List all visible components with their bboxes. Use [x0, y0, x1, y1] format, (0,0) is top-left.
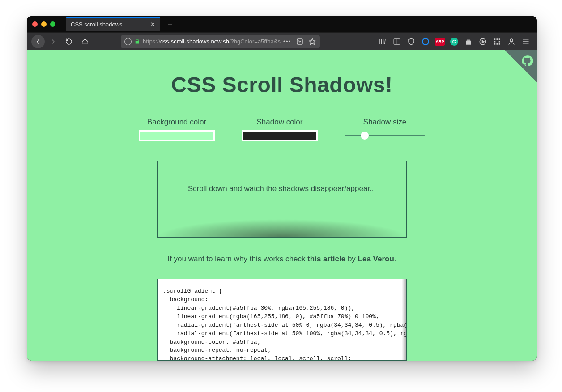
grammarly-icon[interactable]: G [449, 37, 459, 47]
svg-rect-6 [494, 38, 495, 40]
circle-play-icon[interactable] [478, 37, 488, 47]
page-title: CSS Scroll Shadows! [171, 72, 393, 97]
shadow-size-label: Shadow size [363, 118, 406, 127]
tab-title: CSS scroll shadows [71, 21, 145, 28]
slider-thumb[interactable] [361, 132, 369, 140]
hamburger-menu-icon[interactable] [521, 37, 531, 47]
demo-instruction-text: Scroll down and watch the shadows disapp… [158, 184, 406, 193]
nav-toolbar: i https://css-scroll-shadows.now.sh/?bgC… [27, 32, 537, 50]
svg-rect-2 [394, 39, 400, 44]
svg-rect-10 [499, 41, 500, 42]
svg-point-14 [510, 39, 513, 42]
page-action-dots-icon[interactable]: ••• [283, 38, 291, 45]
address-bar[interactable]: i https://css-scroll-shadows.now.sh/?bgC… [121, 35, 320, 48]
svg-rect-8 [499, 38, 500, 40]
shadow-size-control: Shadow size [345, 118, 425, 141]
browser-window: CSS scroll shadows ✕ + i https://css-scr… [27, 16, 537, 361]
bg-color-label: Background color [147, 118, 206, 127]
bg-color-input[interactable] [139, 130, 215, 141]
svg-rect-13 [499, 43, 500, 44]
blue-ring-icon[interactable] [421, 37, 430, 47]
demo-bottom-shadow [158, 219, 406, 237]
tab-bar: CSS scroll shadows ✕ + [27, 16, 537, 32]
forward-button[interactable] [47, 35, 60, 48]
account-icon[interactable] [507, 37, 516, 47]
author-link[interactable]: Lea Verou [358, 255, 394, 263]
shadow-color-label: Shadow color [256, 118, 302, 127]
shadow-color-control: Shadow color [242, 118, 318, 141]
article-link[interactable]: this article [307, 255, 345, 263]
url-text: https://css-scroll-shadows.now.sh/?bgCol… [143, 38, 281, 45]
generated-css-code[interactable]: .scrollGradient { background: linear-gra… [157, 279, 407, 361]
castle-icon[interactable] [464, 37, 473, 47]
svg-marker-5 [482, 40, 485, 43]
close-tab-button[interactable]: ✕ [149, 21, 156, 28]
back-button[interactable] [31, 35, 45, 48]
bookmark-star-icon[interactable] [308, 38, 316, 46]
svg-rect-7 [497, 38, 498, 40]
adblock-plus-icon[interactable]: ABP [435, 37, 445, 47]
close-window-button[interactable] [32, 21, 38, 27]
controls-row: Background color Shadow color Shadow siz… [139, 118, 425, 141]
minimize-window-button[interactable] [41, 21, 47, 27]
slider-track [345, 135, 425, 136]
shadow-color-input[interactable] [242, 130, 318, 141]
maximize-window-button[interactable] [50, 21, 55, 27]
site-info-icon[interactable]: i [124, 38, 132, 45]
bg-color-control: Background color [139, 118, 215, 141]
svg-rect-12 [497, 43, 498, 44]
github-icon [521, 55, 533, 67]
new-tab-button[interactable]: + [165, 19, 175, 30]
reload-button[interactable] [62, 34, 76, 49]
extensions-area: ABP G [378, 37, 532, 47]
scroll-demo-box[interactable]: Scroll down and watch the shadows disapp… [157, 161, 407, 238]
sidebar-icon[interactable] [392, 37, 402, 47]
explanation-text: If you want to learn why this works chec… [167, 255, 396, 264]
svg-rect-11 [494, 43, 495, 44]
reader-view-icon[interactable] [296, 38, 304, 46]
shield-icon[interactable] [406, 37, 416, 47]
shadow-size-slider[interactable] [345, 130, 425, 141]
active-tab[interactable]: CSS scroll shadows ✕ [66, 17, 160, 31]
window-controls [32, 21, 55, 27]
qr-grid-icon[interactable] [492, 37, 502, 47]
svg-rect-9 [494, 41, 495, 42]
svg-marker-1 [309, 38, 315, 44]
home-button[interactable] [78, 34, 92, 49]
lock-icon [134, 38, 140, 44]
library-icon[interactable] [378, 37, 387, 47]
page-viewport: CSS Scroll Shadows! Background color Sha… [27, 50, 537, 361]
